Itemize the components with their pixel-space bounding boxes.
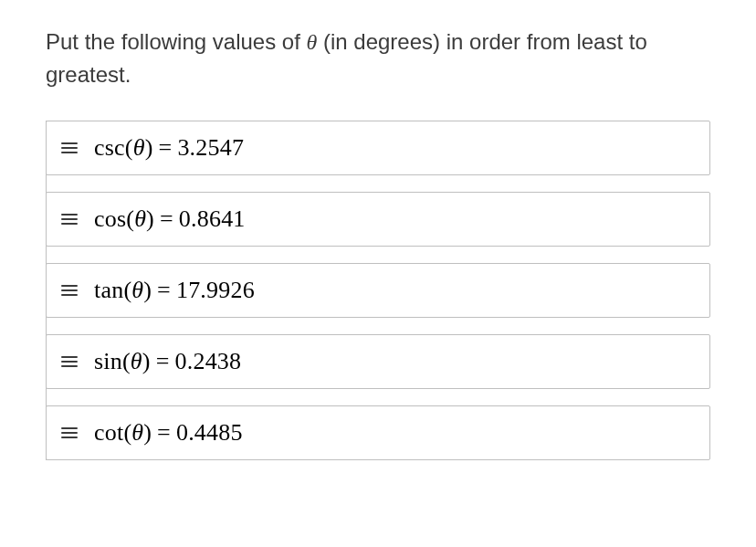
expression: cot(θ)=0.4485 [94,419,243,447]
paren-close: ) [145,134,153,161]
expr-fn: tan [94,277,123,303]
sortable-list[interactable]: csc(θ)=3.2547 cos(θ)=0.8641 tan(θ)=17.99… [46,121,710,460]
expr-eq: = [153,134,178,161]
expr-val: 17.9926 [176,277,255,303]
expr-fn: cos [94,205,126,232]
prompt-before-theta: Put the following values of [46,29,307,54]
expr-val: 0.8641 [179,205,246,232]
expr-var: θ [133,134,145,161]
expr-var: θ [134,205,146,232]
paren-close: ) [146,205,154,232]
paren-close: ) [143,277,152,303]
paren-open: ( [123,277,131,303]
list-item[interactable]: sin(θ)=0.2438 [46,334,710,389]
expr-val: 3.2547 [177,134,244,161]
paren-close: ) [142,348,151,374]
drag-handle-icon[interactable] [61,142,78,153]
list-item[interactable]: csc(θ)=3.2547 [46,121,710,175]
page: Put the following values of θ (in degree… [0,0,756,488]
paren-open: ( [123,419,131,446]
list-item[interactable]: tan(θ)=17.9926 [46,263,710,318]
expression: csc(θ)=3.2547 [94,134,244,162]
paren-open: ( [126,205,134,232]
paren-open: ( [122,348,131,374]
drag-handle-icon[interactable] [61,285,78,296]
expr-val: 0.2438 [175,348,242,374]
drag-handle-icon[interactable] [61,356,78,367]
list-item[interactable]: cot(θ)=0.4485 [46,405,710,460]
expr-eq: = [154,205,179,232]
drag-handle-icon[interactable] [61,214,78,225]
expr-eq: = [152,277,176,303]
question-prompt: Put the following values of θ (in degree… [46,26,710,91]
expr-eq: = [151,348,175,374]
paren-close: ) [143,419,152,446]
expr-var: θ [131,277,143,303]
expr-fn: sin [94,348,122,374]
expression: tan(θ)=17.9926 [94,277,255,304]
expression: sin(θ)=0.2438 [94,348,241,375]
expr-eq: = [152,419,176,446]
expr-fn: cot [94,419,123,446]
expr-fn: csc [94,134,125,161]
expr-var: θ [131,419,143,446]
paren-open: ( [125,134,133,161]
expr-var: θ [131,348,142,374]
expr-val: 0.4485 [176,419,243,446]
drag-handle-icon[interactable] [61,427,78,438]
prompt-theta: θ [307,30,318,54]
expression: cos(θ)=0.8641 [94,205,246,233]
list-item[interactable]: cos(θ)=0.8641 [46,192,710,247]
